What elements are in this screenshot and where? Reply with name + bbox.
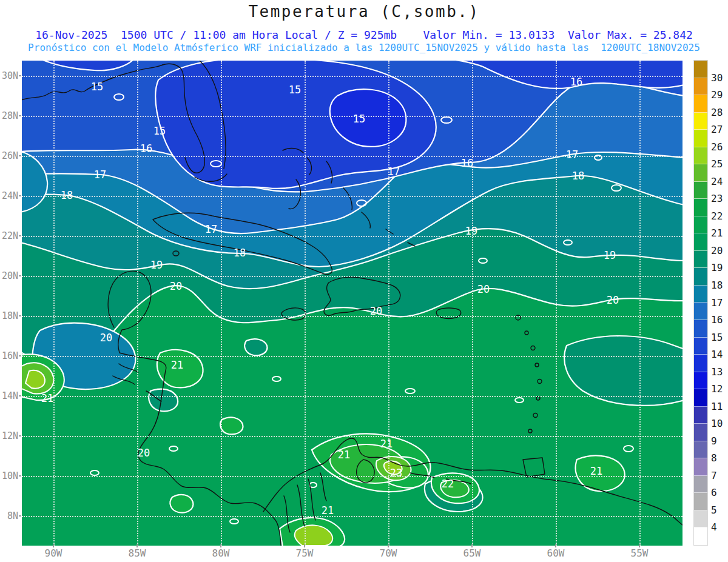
colorbar-segment xyxy=(694,372,707,390)
contour-label: 20 xyxy=(100,332,112,344)
colorbar-tick-label: 18 xyxy=(711,279,728,291)
colorbar-segment xyxy=(694,78,707,96)
contour-label: 21 xyxy=(41,392,53,404)
longitude-label: 60W xyxy=(541,547,570,559)
longitude-label: 65W xyxy=(457,547,487,559)
gridline-vertical xyxy=(221,61,222,546)
gridline-horizontal xyxy=(22,116,682,117)
longitude-label: 70W xyxy=(374,547,403,559)
colorbar-segment xyxy=(694,476,707,493)
colorbar-tick-label: 26 xyxy=(711,141,728,153)
longitude-label: 80W xyxy=(206,547,235,559)
longitude-tick xyxy=(639,544,640,547)
colorbar-tick-label: 13 xyxy=(711,366,728,378)
colorbar-tick-label: 22 xyxy=(711,210,728,222)
latitude-tick xyxy=(19,115,21,116)
contour-label: 15 xyxy=(353,113,365,125)
contour-label: 19 xyxy=(604,249,616,261)
colorbar-segment xyxy=(694,251,707,269)
gridline-horizontal xyxy=(22,276,682,277)
colorbar-tick-label: 30 xyxy=(711,72,728,84)
contour-label: 18 xyxy=(572,170,584,182)
colorbar-segment xyxy=(694,233,707,251)
gridline-vertical xyxy=(472,61,473,546)
colorbar-segment xyxy=(694,216,707,234)
gridline-vertical xyxy=(137,61,138,546)
gridline-vertical xyxy=(305,61,306,546)
contour-label: 20 xyxy=(170,280,182,292)
gridline-horizontal xyxy=(22,156,682,157)
latitude-label: 26N xyxy=(0,150,18,161)
colorbar-segment xyxy=(694,441,707,459)
colorbar-tick-label: 16 xyxy=(711,314,728,326)
forecast-valid-time-line: 16-Nov-2025 1500 UTC / 11:00 am Hora Loc… xyxy=(0,28,728,41)
colorbar-tick-label: 12 xyxy=(711,383,728,395)
gridline-horizontal xyxy=(22,516,682,517)
colorbar xyxy=(693,60,708,546)
colorbar-segment xyxy=(694,424,707,441)
gridline-horizontal xyxy=(22,236,682,237)
contour-label: 15 xyxy=(153,125,166,137)
map-canvas xyxy=(22,61,682,546)
contour-label: 21 xyxy=(590,465,602,477)
latitude-tick xyxy=(19,275,21,276)
contour-label: 20 xyxy=(607,294,619,306)
colorbar-tick-label: 24 xyxy=(711,176,728,187)
colorbar-segment xyxy=(694,268,707,286)
gridline-horizontal xyxy=(22,476,682,477)
weather-map-page: Temperatura (C,somb.) 16-Nov-2025 1500 U… xyxy=(0,0,728,562)
latitude-tick xyxy=(19,155,21,156)
latitude-label: 18N xyxy=(0,310,18,321)
temp-patch-cool xyxy=(244,339,267,355)
colorbar-segment xyxy=(694,164,707,182)
colorbar-segment xyxy=(694,527,707,545)
colorbar-tick-label: 11 xyxy=(711,401,728,412)
contour-label: 21 xyxy=(171,359,183,371)
latitude-tick xyxy=(19,355,21,356)
latitude-label: 10N xyxy=(0,470,18,481)
colorbar-segment xyxy=(694,147,707,165)
colorbar-tick-label: 19 xyxy=(711,262,728,273)
latitude-tick xyxy=(19,435,21,437)
latitude-label: 20N xyxy=(0,270,18,281)
contour-label: 21 xyxy=(380,438,393,450)
contour-label: 18 xyxy=(234,247,246,259)
temp-patch-21-22 xyxy=(170,495,193,513)
colorbar-segment xyxy=(694,199,707,216)
contour-label: 16 xyxy=(570,76,582,88)
temp-core-24-25 xyxy=(25,370,45,389)
longitude-tick xyxy=(555,544,556,547)
gridline-horizontal xyxy=(22,436,682,437)
page-title: Temperatura (C,somb.) xyxy=(0,2,728,21)
latitude-tick xyxy=(19,235,21,236)
colorbar-tick-label: 14 xyxy=(711,349,728,360)
gridline-horizontal xyxy=(22,76,682,77)
colorbar-tick-label: 17 xyxy=(711,297,728,309)
colorbar-tick-label: 29 xyxy=(711,89,728,101)
longitude-tick xyxy=(220,544,221,547)
gridline-horizontal xyxy=(22,396,682,397)
latitude-label: 16N xyxy=(0,350,18,361)
gridline-vertical xyxy=(53,61,55,546)
gridline-horizontal xyxy=(22,356,682,357)
colorbar-segment xyxy=(694,458,707,476)
colorbar-tick-label: 9 xyxy=(711,435,728,447)
latitude-tick xyxy=(19,395,21,396)
map-area: 1515151516161617171717181818191919202020… xyxy=(22,61,682,546)
colorbar-tick-label: 25 xyxy=(711,158,728,170)
contour-label: 23 xyxy=(390,467,402,479)
colorbar-segment xyxy=(694,286,707,303)
contour-label: 18 xyxy=(61,189,73,201)
contour-label: 17 xyxy=(566,149,578,161)
latitude-label: 12N xyxy=(0,430,18,441)
longitude-tick xyxy=(53,544,54,547)
latitude-tick xyxy=(19,315,21,316)
colorbar-tick-label: 21 xyxy=(711,227,728,239)
colorbar-segment xyxy=(694,113,707,130)
colorbar-segment xyxy=(694,61,707,78)
colorbar-tick-label: 8 xyxy=(711,452,728,464)
latitude-tick xyxy=(19,75,21,76)
contour-label: 15 xyxy=(91,81,103,93)
colorbar-tick-label: 27 xyxy=(711,124,728,135)
contour-label: 21 xyxy=(338,449,350,461)
